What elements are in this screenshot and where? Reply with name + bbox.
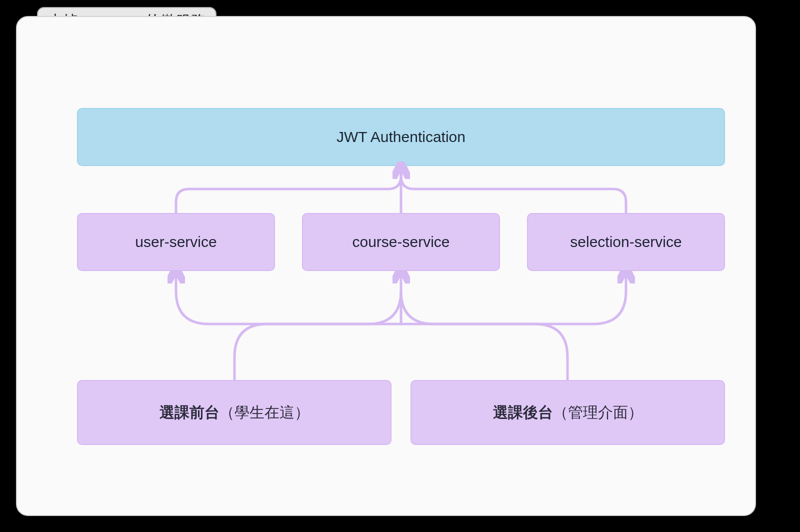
client-label: 選課後台（管理介面）: [493, 402, 643, 423]
service-label: user-service: [135, 234, 216, 250]
service-label: selection-service: [570, 234, 682, 250]
services-row: user-service course-service selection-se…: [77, 213, 725, 271]
client-label: 選課前台（學生在這）: [160, 402, 310, 423]
backend-client-box: 選課後台（管理介面）: [410, 380, 725, 445]
service-label: course-service: [352, 234, 450, 250]
clients-row: 選課前台（學生在這） 選課後台（管理介面）: [77, 380, 725, 445]
selection-service-box: selection-service: [527, 213, 725, 271]
diagram-frame: JWT Authentication user-service course-s…: [16, 16, 756, 516]
course-service-box: course-service: [302, 213, 500, 271]
user-service-box: user-service: [77, 213, 275, 271]
frontend-client-box: 選課前台（學生在這）: [77, 380, 392, 445]
jwt-auth-box: JWT Authentication: [77, 108, 725, 166]
jwt-auth-label: JWT Authentication: [336, 128, 466, 146]
